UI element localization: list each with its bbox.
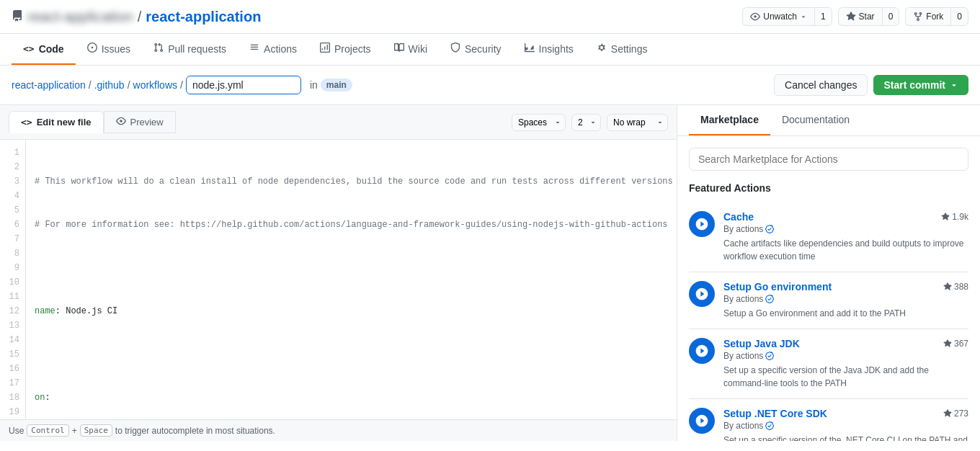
breadcrumb-bar: react-application / .github / workflows … bbox=[0, 66, 980, 105]
code-icon: <> bbox=[23, 43, 35, 54]
security-icon bbox=[450, 43, 460, 55]
editor-toolbar: <> Edit new file Preview Spaces Tabs 2 bbox=[0, 105, 677, 140]
action-setup-dotnet-name-row: Setup .NET Core SDK 273 bbox=[723, 408, 968, 419]
action-setup-go-desc: Setup a Go environment and add it to the… bbox=[723, 307, 968, 320]
star-button[interactable]: Star bbox=[838, 7, 882, 26]
action-setup-go: Setup Go environment 388 By actions Setu… bbox=[689, 272, 968, 329]
action-cache-name-row: Cache 1.9k bbox=[723, 211, 968, 223]
editor-tabs: <> Edit new file Preview bbox=[9, 111, 176, 133]
breadcrumb-actions: Cancel changes Start commit bbox=[774, 74, 968, 96]
settings-icon bbox=[597, 43, 607, 55]
action-setup-go-name[interactable]: Setup Go environment bbox=[723, 281, 832, 293]
action-setup-go-stars: 388 bbox=[943, 282, 968, 292]
repo-sep: / bbox=[138, 9, 142, 25]
action-cache-by: By actions bbox=[723, 224, 968, 234]
header-actions: Unwatch 1 Star 0 Fork 0 bbox=[742, 7, 968, 26]
tab-settings[interactable]: Settings bbox=[585, 34, 659, 65]
action-setup-java-stars: 367 bbox=[943, 339, 968, 349]
tab-issues[interactable]: Issues bbox=[76, 34, 142, 65]
repo-name[interactable]: react-application bbox=[146, 9, 261, 25]
edit-icon: <> bbox=[21, 117, 32, 128]
fork-group: Fork 0 bbox=[905, 7, 968, 26]
code-content[interactable]: # This workflow will do a clean install … bbox=[26, 140, 677, 419]
wiki-icon bbox=[394, 43, 404, 55]
code-lines: 1 2 3 4 5 6 7 8 9 10 11 12 13 14 15 16 1 bbox=[0, 140, 677, 419]
tab-edit-file[interactable]: <> Edit new file bbox=[9, 111, 104, 133]
pullrequest-icon bbox=[153, 43, 164, 55]
wrap-select[interactable]: No wrap Soft wrap bbox=[607, 114, 668, 131]
breadcrumb-sep2: / bbox=[128, 79, 130, 91]
indent-size-select[interactable]: 2 4 bbox=[571, 114, 601, 131]
editor-options: Spaces Tabs 2 4 No wrap Soft wrap bbox=[512, 114, 668, 131]
tab-wiki[interactable]: Wiki bbox=[383, 34, 439, 65]
breadcrumb-sep3: / bbox=[180, 79, 183, 91]
breadcrumb-in: in bbox=[310, 79, 318, 91]
top-header: react-application / react-application Un… bbox=[0, 0, 980, 34]
action-setup-java-name[interactable]: Setup Java JDK bbox=[723, 338, 800, 349]
action-setup-java-icon bbox=[689, 338, 715, 364]
space-key: Space bbox=[80, 424, 112, 437]
control-key: Control bbox=[27, 424, 68, 437]
action-setup-java-by: By actions bbox=[723, 351, 968, 361]
cancel-button[interactable]: Cancel changes bbox=[774, 74, 868, 96]
actions-icon bbox=[249, 43, 259, 55]
action-setup-dotnet-name[interactable]: Setup .NET Core SDK bbox=[723, 408, 827, 419]
code-line-2: # For more information see: https://help… bbox=[35, 218, 668, 232]
action-cache-info: Cache 1.9k By actions Cache artifacts li… bbox=[723, 211, 968, 263]
issues-icon bbox=[87, 43, 97, 55]
mp-tab-documentation[interactable]: Documentation bbox=[770, 105, 861, 135]
action-setup-dotnet-stars: 273 bbox=[943, 408, 968, 419]
action-cache-icon bbox=[689, 211, 715, 237]
fork-count[interactable]: 0 bbox=[950, 7, 968, 26]
action-setup-dotnet-icon bbox=[689, 408, 715, 434]
code-line-5 bbox=[35, 347, 668, 362]
editor-footer: Use Control + Space to trigger autocompl… bbox=[0, 419, 677, 441]
action-setup-dotnet-by: By actions bbox=[723, 421, 968, 431]
breadcrumb: react-application / .github / workflows … bbox=[12, 76, 352, 94]
footer-text: Use bbox=[9, 426, 24, 436]
action-setup-java-desc: Set up a specific version of the Java JD… bbox=[723, 364, 968, 390]
preview-icon bbox=[116, 116, 126, 128]
action-cache-name[interactable]: Cache bbox=[723, 211, 754, 223]
featured-title: Featured Actions bbox=[689, 182, 968, 194]
watch-button[interactable]: Unwatch bbox=[742, 7, 814, 26]
star-count[interactable]: 0 bbox=[882, 7, 900, 26]
tab-insights[interactable]: Insights bbox=[513, 34, 585, 65]
tab-code[interactable]: <> Code bbox=[12, 34, 76, 65]
code-editor[interactable]: 1 2 3 4 5 6 7 8 9 10 11 12 13 14 15 16 1 bbox=[0, 140, 677, 419]
star-group: Star 0 bbox=[838, 7, 900, 26]
star-label: Star bbox=[859, 12, 875, 22]
tab-projects[interactable]: Projects bbox=[308, 34, 383, 65]
fork-button[interactable]: Fork bbox=[905, 7, 950, 26]
tab-pullrequests[interactable]: Pull requests bbox=[142, 34, 238, 65]
action-setup-go-by: By actions bbox=[723, 294, 968, 304]
branch-badge: main bbox=[321, 79, 352, 91]
breadcrumb-workflows[interactable]: workflows bbox=[133, 79, 177, 91]
action-setup-go-icon bbox=[689, 281, 715, 307]
tab-security[interactable]: Security bbox=[439, 34, 513, 65]
mp-tabs: Marketplace Documentation bbox=[677, 105, 980, 136]
breadcrumb-sep1: / bbox=[89, 79, 92, 91]
marketplace-search-input[interactable] bbox=[689, 148, 968, 171]
footer-text2: to trigger autocomplete in most situatio… bbox=[115, 426, 275, 436]
code-line-4: name: Node.js CI bbox=[35, 304, 668, 318]
filename-input[interactable] bbox=[186, 76, 301, 94]
indent-select[interactable]: Spaces Tabs bbox=[512, 114, 566, 131]
line-numbers: 1 2 3 4 5 6 7 8 9 10 11 12 13 14 15 16 1 bbox=[0, 140, 26, 419]
editor-panel: <> Edit new file Preview Spaces Tabs 2 bbox=[0, 105, 677, 441]
tab-preview[interactable]: Preview bbox=[104, 111, 176, 133]
action-setup-java: Setup Java JDK 367 By actions Set up a s… bbox=[689, 329, 968, 399]
mp-tab-marketplace[interactable]: Marketplace bbox=[689, 105, 770, 135]
repo-org[interactable]: react-application bbox=[27, 9, 133, 25]
watch-group: Unwatch 1 bbox=[742, 7, 832, 26]
start-commit-button[interactable]: Start commit bbox=[873, 75, 968, 95]
breadcrumb-github[interactable]: .github bbox=[94, 79, 125, 91]
breadcrumb-repo[interactable]: react-application bbox=[12, 79, 86, 91]
watch-count[interactable]: 1 bbox=[814, 7, 832, 26]
code-line-6: on: bbox=[35, 390, 668, 405]
action-cache-desc: Cache artifacts like dependencies and bu… bbox=[723, 237, 968, 263]
action-cache: Cache 1.9k By actions Cache artifacts li… bbox=[689, 202, 968, 272]
tab-actions[interactable]: Actions bbox=[238, 34, 308, 65]
action-setup-go-info: Setup Go environment 388 By actions Setu… bbox=[723, 281, 968, 320]
nav-tabs: <> Code Issues Pull requests Actions Pro… bbox=[0, 34, 980, 66]
